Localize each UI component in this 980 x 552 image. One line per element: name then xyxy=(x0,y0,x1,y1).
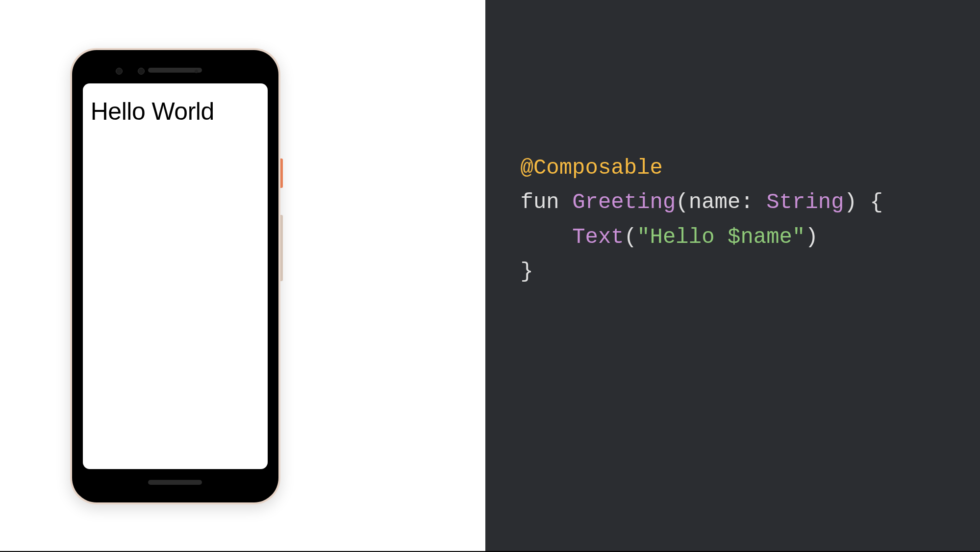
phone-speaker-icon xyxy=(148,480,202,485)
phone-power-button xyxy=(280,158,283,188)
phone-volume-button xyxy=(280,215,283,281)
preview-panel: Hello World xyxy=(0,0,485,552)
code-colon: : xyxy=(740,190,766,214)
code-snippet: @Composable fun Greeting(name: String) {… xyxy=(521,151,883,289)
code-paren: ) xyxy=(844,190,857,214)
code-indent xyxy=(521,225,573,249)
code-panel: @Composable fun Greeting(name: String) {… xyxy=(485,0,980,552)
code-paren: ( xyxy=(624,225,637,249)
code-param-type: String xyxy=(766,190,844,214)
code-keyword-fun: fun xyxy=(521,190,559,214)
code-brace: } xyxy=(521,259,533,284)
greeting-text: Hello World xyxy=(91,97,260,126)
code-paren: ) xyxy=(805,225,818,249)
phone-camera-icon xyxy=(138,68,145,75)
code-brace: { xyxy=(857,190,883,214)
phone-mockup: Hello World xyxy=(70,48,280,504)
code-annotation: @Composable xyxy=(521,156,663,180)
code-paren: ( xyxy=(676,190,688,214)
code-string-literal: "Hello $name" xyxy=(637,225,805,249)
phone-camera-icon xyxy=(116,68,123,75)
phone-bezel: Hello World xyxy=(79,57,272,496)
phone-earpiece-icon xyxy=(148,68,202,73)
code-function-name: Greeting xyxy=(572,190,676,214)
code-call-name: Text xyxy=(572,225,624,249)
phone-body: Hello World xyxy=(72,50,278,502)
phone-screen: Hello World xyxy=(83,83,268,469)
code-param-name: name xyxy=(689,190,741,214)
phone-sensor-icon xyxy=(195,70,198,73)
